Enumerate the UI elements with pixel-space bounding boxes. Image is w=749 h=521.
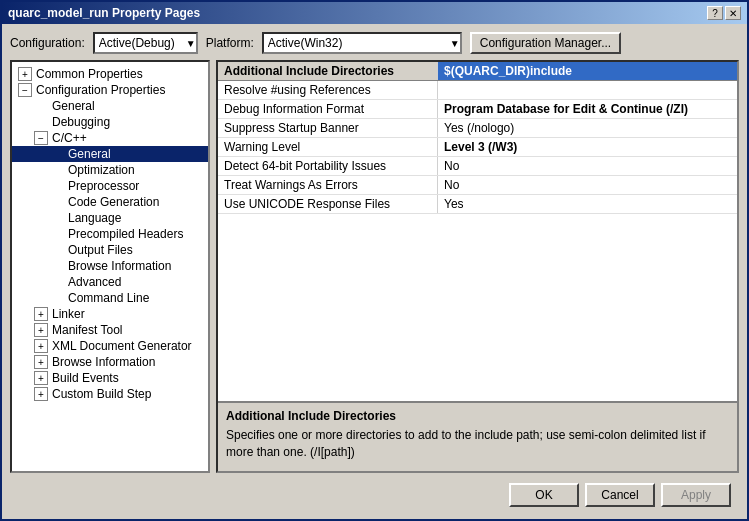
tree-item-browse-information[interactable]: Browse Information (12, 258, 208, 274)
tree-item-label: Configuration Properties (36, 83, 165, 97)
tree-item-label: Build Events (52, 371, 119, 385)
tree-panel[interactable]: +Common Properties−Configuration Propert… (10, 60, 210, 473)
config-select[interactable]: Active(Debug) (93, 32, 198, 54)
tree-expander[interactable]: − (34, 131, 48, 145)
tree-expander[interactable]: + (18, 67, 32, 81)
description-box: Additional Include Directories Specifies… (218, 401, 737, 471)
prop-name: Suppress Startup Banner (218, 119, 438, 137)
tree-item-output-files[interactable]: Output Files (12, 242, 208, 258)
prop-header-value[interactable]: $(QUARC_DIR)include (438, 62, 737, 80)
tree-item-advanced[interactable]: Advanced (12, 274, 208, 290)
prop-value: Program Database for Edit & Continue (/Z… (438, 100, 737, 118)
tree-expander[interactable]: − (18, 83, 32, 97)
tree-item-common-properties[interactable]: +Common Properties (12, 66, 208, 82)
tree-item-preprocessor[interactable]: Preprocessor (12, 178, 208, 194)
top-row: Configuration: Active(Debug) ▼ Platform:… (10, 32, 739, 54)
tree-item-precompiled-headers[interactable]: Precompiled Headers (12, 226, 208, 242)
prop-rows-container: Resolve #using ReferencesDebug Informati… (218, 81, 737, 214)
tree-expander[interactable]: + (34, 339, 48, 353)
tree-item-label: Preprocessor (68, 179, 139, 193)
tree-item-label: Precompiled Headers (68, 227, 183, 241)
tree-item-label: Output Files (68, 243, 133, 257)
tree-item-debugging[interactable]: Debugging (12, 114, 208, 130)
tree-item-xml-document-generator[interactable]: +XML Document Generator (12, 338, 208, 354)
dialog-content: Configuration: Active(Debug) ▼ Platform:… (2, 24, 747, 519)
dialog-title: quarc_model_run Property Pages (8, 6, 200, 20)
tree-item-custom-build-step[interactable]: +Custom Build Step (12, 386, 208, 402)
prop-name: Warning Level (218, 138, 438, 156)
prop-value: Yes (438, 195, 737, 213)
tree-item-label: Browse Information (52, 355, 155, 369)
property-table: Additional Include Directories $(QUARC_D… (218, 62, 737, 401)
prop-name: Resolve #using References (218, 81, 438, 99)
description-text: Specifies one or more directories to add… (226, 427, 729, 461)
tree-item-label: Manifest Tool (52, 323, 122, 337)
tree-item-label: XML Document Generator (52, 339, 192, 353)
tree-item-command-line[interactable]: Command Line (12, 290, 208, 306)
platform-select-wrapper[interactable]: Active(Win32) ▼ (262, 32, 462, 54)
tree-expander[interactable]: + (34, 355, 48, 369)
ok-button[interactable]: OK (509, 483, 579, 507)
tree-item-browse-information2[interactable]: +Browse Information (12, 354, 208, 370)
tree-item-label: Common Properties (36, 67, 143, 81)
tree-item-label: Custom Build Step (52, 387, 151, 401)
prop-row: Use UNICODE Response FilesYes (218, 195, 737, 214)
tree-expander[interactable]: + (34, 307, 48, 321)
tree-item-configuration-properties[interactable]: −Configuration Properties (12, 82, 208, 98)
tree-item-general[interactable]: General (12, 98, 208, 114)
tree-item-build-events[interactable]: +Build Events (12, 370, 208, 386)
prop-value: Level 3 (/W3) (438, 138, 737, 156)
prop-header-name: Additional Include Directories (218, 62, 438, 80)
prop-name: Treat Warnings As Errors (218, 176, 438, 194)
dialog-window: quarc_model_run Property Pages ? ✕ Confi… (0, 0, 749, 521)
tree-item-label: Language (68, 211, 121, 225)
tree-item-c-cpp[interactable]: −C/C++ (12, 130, 208, 146)
tree-expander[interactable]: + (34, 371, 48, 385)
help-button[interactable]: ? (707, 6, 723, 20)
tree-item-optimization[interactable]: Optimization (12, 162, 208, 178)
tree-item-label: General (68, 147, 111, 161)
tree-item-label: Debugging (52, 115, 110, 129)
title-bar: quarc_model_run Property Pages ? ✕ (2, 2, 747, 24)
config-manager-button[interactable]: Configuration Manager... (470, 32, 621, 54)
tree-item-label: Optimization (68, 163, 135, 177)
tree-item-general2[interactable]: General (12, 146, 208, 162)
title-bar-buttons: ? ✕ (707, 6, 741, 20)
description-title: Additional Include Directories (226, 409, 729, 423)
prop-row: Warning LevelLevel 3 (/W3) (218, 138, 737, 157)
prop-value: No (438, 157, 737, 175)
config-label: Configuration: (10, 36, 85, 50)
apply-button[interactable]: Apply (661, 483, 731, 507)
tree-item-label: C/C++ (52, 131, 87, 145)
prop-header-row: Additional Include Directories $(QUARC_D… (218, 62, 737, 81)
platform-label: Platform: (206, 36, 254, 50)
properties-panel: Additional Include Directories $(QUARC_D… (216, 60, 739, 473)
prop-value: Yes (/nologo) (438, 119, 737, 137)
close-button[interactable]: ✕ (725, 6, 741, 20)
tree-item-label: Browse Information (68, 259, 171, 273)
tree-item-language[interactable]: Language (12, 210, 208, 226)
tree-item-label: Advanced (68, 275, 121, 289)
prop-value (438, 81, 737, 99)
prop-row: Suppress Startup BannerYes (/nologo) (218, 119, 737, 138)
prop-value: No (438, 176, 737, 194)
prop-row: Detect 64-bit Portability IssuesNo (218, 157, 737, 176)
tree-item-label: Command Line (68, 291, 149, 305)
tree-item-code-generation[interactable]: Code Generation (12, 194, 208, 210)
bottom-buttons: OK Cancel Apply (10, 479, 739, 511)
tree-expander[interactable]: + (34, 323, 48, 337)
tree-expander[interactable]: + (34, 387, 48, 401)
prop-row: Debug Information FormatProgram Database… (218, 100, 737, 119)
cancel-button[interactable]: Cancel (585, 483, 655, 507)
prop-name: Debug Information Format (218, 100, 438, 118)
tree-item-linker[interactable]: +Linker (12, 306, 208, 322)
tree-item-manifest-tool[interactable]: +Manifest Tool (12, 322, 208, 338)
config-select-wrapper[interactable]: Active(Debug) ▼ (93, 32, 198, 54)
tree-item-label: General (52, 99, 95, 113)
tree-item-label: Code Generation (68, 195, 159, 209)
prop-row: Treat Warnings As ErrorsNo (218, 176, 737, 195)
prop-name: Detect 64-bit Portability Issues (218, 157, 438, 175)
platform-select[interactable]: Active(Win32) (262, 32, 462, 54)
prop-name: Use UNICODE Response Files (218, 195, 438, 213)
middle-section: +Common Properties−Configuration Propert… (10, 60, 739, 473)
